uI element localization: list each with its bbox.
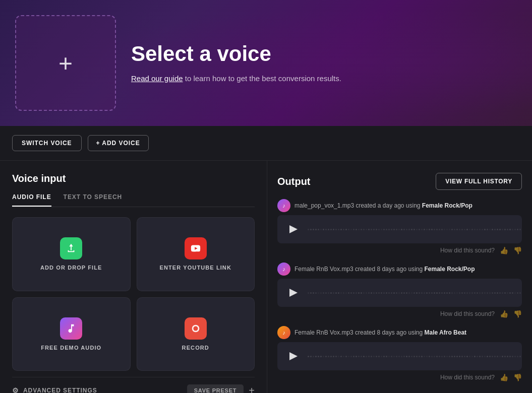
feedback-2: How did this sound? 👍 👎 xyxy=(277,307,522,318)
music-icon xyxy=(60,317,82,340)
avatar-2: ♪ xyxy=(277,263,290,276)
output-meta-2: ♪ Female RnB Vox.mp3 created 8 days ago … xyxy=(277,263,522,276)
action-bar: SWITCH VOICE + ADD VOICE xyxy=(0,126,532,161)
save-preset-button[interactable]: SAVE PRESET xyxy=(187,384,244,393)
output-item-1: ♪ male_pop_vox_1.mp3 created a day ago u… xyxy=(277,199,522,254)
voice-placeholder[interactable]: + xyxy=(15,15,116,111)
feedback-label-1: How did this sound? xyxy=(440,247,495,254)
thumbs-up-2[interactable]: 👍 xyxy=(500,310,508,318)
tab-text-to-speech[interactable]: TEXT TO SPEECH xyxy=(64,193,123,207)
hero-text: Select a voice Read our guide to learn h… xyxy=(131,42,341,85)
play-icon-3 xyxy=(289,352,298,360)
hero-description: Read our guide to learn how to get the b… xyxy=(131,73,341,85)
output-item-2: ♪ Female RnB Vox.mp3 created 8 days ago … xyxy=(277,263,522,318)
output-meta-3: ♪ Female RnB Vox.mp3 created 8 days ago … xyxy=(277,326,522,339)
avatar-1: ♪ xyxy=(277,199,290,212)
avatar-3: ♪ xyxy=(277,326,290,339)
feedback-label-2: How did this sound? xyxy=(440,310,495,317)
youtube-label: ENTER YOUTUBE LINK xyxy=(160,265,231,271)
waveform-2 xyxy=(308,288,522,298)
add-voice-button[interactable]: + ADD VOICE xyxy=(88,135,149,151)
input-grid: ADD OR DROP FILE ENTER YOUTUBE LINK FREE… xyxy=(12,217,255,371)
output-title: Output xyxy=(277,176,311,187)
add-file-tile[interactable]: ADD OR DROP FILE xyxy=(12,217,131,291)
input-tabs: AUDIO FILE TEXT TO SPEECH xyxy=(12,193,255,207)
play-icon-2 xyxy=(289,289,298,297)
play-button-3[interactable] xyxy=(285,348,302,364)
advanced-settings-toggle[interactable]: ⚙ ADVANCED SETTINGS xyxy=(12,386,97,393)
main-content: Voice input AUDIO FILE TEXT TO SPEECH AD… xyxy=(0,161,532,393)
output-item-3: ♪ Female RnB Vox.mp3 created 8 days ago … xyxy=(277,326,522,381)
play-icon-1 xyxy=(289,225,298,233)
upload-icon xyxy=(60,237,82,259)
waveform-1: // will be generated by script below xyxy=(308,224,522,234)
output-meta-1: ♪ male_pop_vox_1.mp3 created a day ago u… xyxy=(277,199,522,212)
tab-audio-file[interactable]: AUDIO FILE xyxy=(12,193,51,207)
demo-label: FREE DEMO AUDIO xyxy=(41,345,101,351)
preset-actions: SAVE PRESET + xyxy=(187,384,255,393)
thumbs-down-2[interactable]: 👎 xyxy=(513,310,522,318)
switch-voice-button[interactable]: SWITCH VOICE xyxy=(12,135,82,151)
play-button-2[interactable] xyxy=(285,285,302,301)
feedback-3: How did this sound? 👍 👎 xyxy=(277,370,522,381)
add-voice-plus-icon: + xyxy=(58,49,73,77)
youtube-tile[interactable]: ENTER YOUTUBE LINK xyxy=(137,217,255,291)
youtube-icon xyxy=(185,237,207,259)
hero-title: Select a voice xyxy=(131,42,341,66)
feedback-1: How did this sound? 👍 👎 xyxy=(277,243,522,254)
record-icon xyxy=(185,317,207,340)
player-1: // will be generated by script below xyxy=(277,215,522,243)
advanced-settings-bar: ⚙ ADVANCED SETTINGS SAVE PRESET + xyxy=(12,377,255,393)
guide-link[interactable]: Read our guide xyxy=(131,74,183,83)
add-file-label: ADD OR DROP FILE xyxy=(40,265,102,271)
gear-icon: ⚙ xyxy=(12,386,19,393)
output-list: ♪ male_pop_vox_1.mp3 created a day ago u… xyxy=(277,199,522,393)
voice-input-title: Voice input xyxy=(12,173,255,184)
svg-point-1 xyxy=(193,326,198,331)
record-tile[interactable]: RECORD xyxy=(137,297,255,371)
view-history-button[interactable]: VIEW FULL HISTORY xyxy=(436,173,522,190)
right-panel: Output VIEW FULL HISTORY ♪ male_pop_vox_… xyxy=(267,161,532,393)
play-button-1[interactable] xyxy=(285,221,302,237)
output-filename-1: male_pop_vox_1.mp3 created a day ago usi… xyxy=(294,202,472,209)
record-label: RECORD xyxy=(182,345,209,351)
advanced-settings-label: ADVANCED SETTINGS xyxy=(23,387,97,393)
add-preset-button[interactable]: + xyxy=(249,385,255,393)
hero-section: + Select a voice Read our guide to learn… xyxy=(0,0,532,126)
hero-desc-text: to learn how to get the best conversion … xyxy=(183,74,341,83)
player-3 xyxy=(277,342,522,370)
output-filename-2: Female RnB Vox.mp3 created 8 days ago us… xyxy=(294,266,475,273)
thumbs-up-1[interactable]: 👍 xyxy=(500,246,508,254)
output-filename-3: Female RnB Vox.mp3 created 8 days ago us… xyxy=(294,329,466,336)
output-header: Output VIEW FULL HISTORY xyxy=(277,173,522,190)
waveform-3 xyxy=(308,351,522,361)
demo-tile[interactable]: FREE DEMO AUDIO xyxy=(12,297,131,371)
left-panel: Voice input AUDIO FILE TEXT TO SPEECH AD… xyxy=(0,161,267,393)
thumbs-down-1[interactable]: 👎 xyxy=(513,246,522,254)
thumbs-down-3[interactable]: 👎 xyxy=(513,373,522,381)
thumbs-up-3[interactable]: 👍 xyxy=(500,373,508,381)
player-2 xyxy=(277,279,522,307)
feedback-label-3: How did this sound? xyxy=(440,374,495,381)
